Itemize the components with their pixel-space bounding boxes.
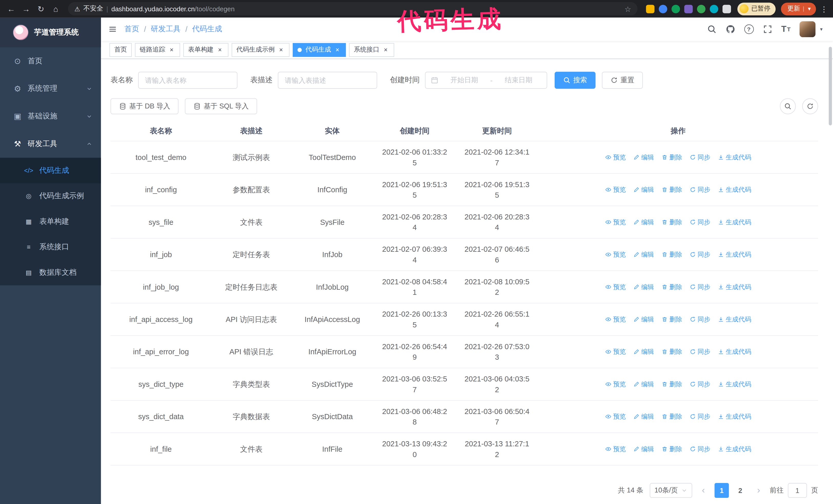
preview-link[interactable]: 预览 xyxy=(605,283,626,291)
delete-link[interactable]: 删除 xyxy=(662,250,682,259)
search-button[interactable]: 搜索 xyxy=(555,72,596,89)
generate-code-link[interactable]: 生成代码 xyxy=(718,250,751,259)
tab-form-builder[interactable]: 表单构建× xyxy=(183,43,229,57)
sync-link[interactable]: 同步 xyxy=(689,315,710,324)
delete-link[interactable]: 删除 xyxy=(662,153,682,162)
search-icon[interactable] xyxy=(707,24,716,34)
edit-link[interactable]: 编辑 xyxy=(633,283,654,291)
create-time-range-picker[interactable]: 开始日期 - 结束日期 xyxy=(425,72,547,89)
prev-page-button[interactable]: ‹ xyxy=(696,483,710,498)
extension-icon[interactable] xyxy=(671,5,680,13)
sidebar-item-infrastructure[interactable]: ▣ 基础设施 xyxy=(0,102,101,130)
github-icon[interactable] xyxy=(725,24,735,34)
extension-icon[interactable] xyxy=(659,5,667,13)
bookmark-star-icon[interactable]: ☆ xyxy=(624,5,631,13)
extension-icon[interactable] xyxy=(697,5,706,13)
close-icon[interactable]: × xyxy=(216,46,224,53)
tab-tracing[interactable]: 链路追踪× xyxy=(135,43,180,57)
sync-link[interactable]: 同步 xyxy=(689,218,710,226)
delete-link[interactable]: 删除 xyxy=(662,185,682,194)
edit-link[interactable]: 编辑 xyxy=(633,218,654,226)
sync-link[interactable]: 同步 xyxy=(689,380,710,389)
sync-link[interactable]: 同步 xyxy=(689,185,710,194)
sidebar-item-devtools[interactable]: ⚒ 研发工具 xyxy=(0,130,101,158)
browser-back-button[interactable]: ← xyxy=(4,2,18,16)
sidebar-item-system-api[interactable]: ≡ 系统接口 xyxy=(0,234,101,260)
preview-link[interactable]: 预览 xyxy=(605,315,626,324)
sidebar-item-codegen[interactable]: </> 代码生成 xyxy=(0,158,101,183)
delete-link[interactable]: 删除 xyxy=(662,412,682,421)
close-icon[interactable]: × xyxy=(277,46,285,53)
edit-link[interactable]: 编辑 xyxy=(633,153,654,162)
edit-link[interactable]: 编辑 xyxy=(633,250,654,259)
delete-link[interactable]: 删除 xyxy=(662,283,682,291)
reset-button[interactable]: 重置 xyxy=(602,72,643,89)
page-2-button[interactable]: 2 xyxy=(733,483,747,498)
preview-link[interactable]: 预览 xyxy=(605,185,626,194)
tab-home[interactable]: 首页 xyxy=(110,43,132,57)
preview-link[interactable]: 预览 xyxy=(605,445,626,454)
edit-link[interactable]: 编辑 xyxy=(633,445,654,454)
sidebar-toggle-button[interactable] xyxy=(109,25,117,33)
preview-link[interactable]: 预览 xyxy=(605,250,626,259)
delete-link[interactable]: 删除 xyxy=(662,445,682,454)
generate-code-link[interactable]: 生成代码 xyxy=(718,412,751,421)
sidebar-item-system[interactable]: ⚙ 系统管理 xyxy=(0,75,101,102)
breadcrumb-home[interactable]: 首页 xyxy=(124,24,139,34)
browser-profile-chip[interactable]: 已暂停 xyxy=(737,2,776,15)
edit-link[interactable]: 编辑 xyxy=(633,315,654,324)
close-icon[interactable]: × xyxy=(382,46,389,53)
browser-menu-kebab-icon[interactable]: ⋮ xyxy=(820,5,828,13)
fullscreen-icon[interactable] xyxy=(763,24,772,34)
preview-link[interactable]: 预览 xyxy=(605,412,626,421)
browser-forward-button[interactable]: → xyxy=(19,2,33,16)
close-icon[interactable]: × xyxy=(334,46,341,53)
sidebar-item-codegen-example[interactable]: ◎ 代码生成示例 xyxy=(0,183,101,209)
preview-link[interactable]: 预览 xyxy=(605,380,626,389)
generate-code-link[interactable]: 生成代码 xyxy=(718,315,751,324)
preview-link[interactable]: 预览 xyxy=(605,153,626,162)
browser-update-button[interactable]: 更新▼ xyxy=(781,2,816,15)
extension-icon[interactable] xyxy=(684,5,693,13)
sync-link[interactable]: 同步 xyxy=(689,445,710,454)
edit-link[interactable]: 编辑 xyxy=(633,380,654,389)
font-size-icon[interactable]: TT xyxy=(781,24,790,34)
puzzle-extension-icon[interactable] xyxy=(722,5,731,13)
browser-reload-button[interactable]: ↻ xyxy=(34,2,48,16)
sync-link[interactable]: 同步 xyxy=(689,250,710,259)
next-page-button[interactable]: › xyxy=(752,483,766,498)
browser-address-bar[interactable]: ⚠ 不安全 | dashboard.yudao.iocoder.cn/tool/… xyxy=(68,2,638,16)
sync-link[interactable]: 同步 xyxy=(689,347,710,356)
help-icon[interactable]: ? xyxy=(744,24,754,34)
avatar-caret-icon[interactable]: ▼ xyxy=(819,27,823,32)
generate-code-link[interactable]: 生成代码 xyxy=(718,445,751,454)
refresh-table-button[interactable] xyxy=(802,98,818,114)
sync-link[interactable]: 同步 xyxy=(689,283,710,291)
import-sql-button[interactable]: 基于 SQL 导入 xyxy=(185,98,257,114)
sidebar-item-home[interactable]: ⊙ 首页 xyxy=(0,47,101,75)
edit-link[interactable]: 编辑 xyxy=(633,347,654,356)
edit-link[interactable]: 编辑 xyxy=(633,412,654,421)
sync-link[interactable]: 同步 xyxy=(689,412,710,421)
breadcrumb-devtools[interactable]: 研发工具 xyxy=(151,24,181,34)
browser-home-button[interactable]: ⌂ xyxy=(49,2,63,16)
sidebar-item-db-doc[interactable]: ▤ 数据库文档 xyxy=(0,260,101,285)
preview-link[interactable]: 预览 xyxy=(605,347,626,356)
delete-link[interactable]: 删除 xyxy=(662,218,682,226)
close-icon[interactable]: × xyxy=(168,46,175,53)
table-name-input[interactable] xyxy=(138,72,238,89)
toggle-search-button[interactable] xyxy=(780,98,796,114)
app-logo[interactable]: 芋道管理系统 xyxy=(0,18,101,47)
goto-page-input[interactable] xyxy=(788,483,807,498)
generate-code-link[interactable]: 生成代码 xyxy=(718,283,751,291)
generate-code-link[interactable]: 生成代码 xyxy=(718,153,751,162)
sync-link[interactable]: 同步 xyxy=(689,153,710,162)
extension-icon[interactable] xyxy=(710,5,718,13)
user-avatar[interactable] xyxy=(800,21,815,37)
table-desc-input[interactable] xyxy=(278,72,377,89)
import-db-button[interactable]: 基于 DB 导入 xyxy=(111,98,178,114)
preview-link[interactable]: 预览 xyxy=(605,218,626,226)
page-1-button[interactable]: 1 xyxy=(715,483,729,498)
page-size-select[interactable]: 10条/页 xyxy=(650,483,692,498)
generate-code-link[interactable]: 生成代码 xyxy=(718,347,751,356)
